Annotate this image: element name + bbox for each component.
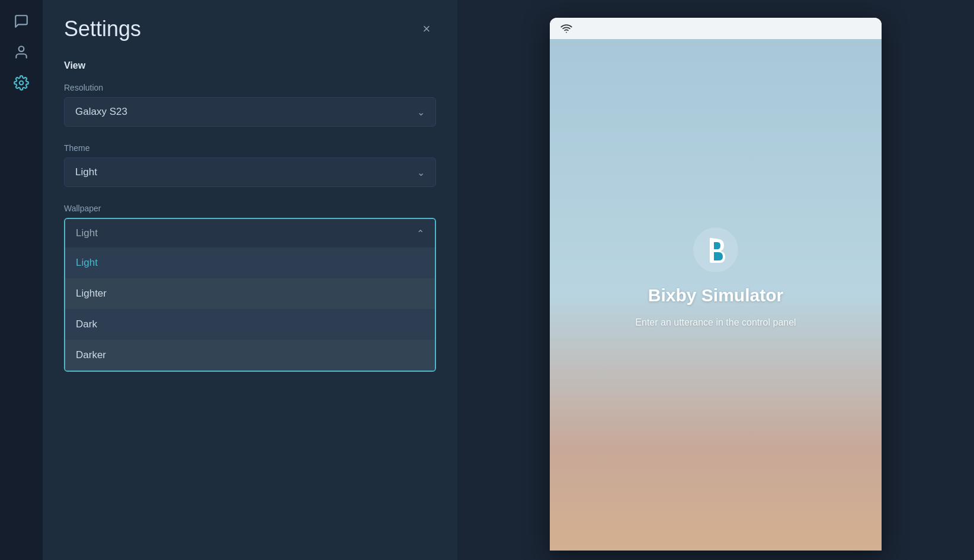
resolution-dropdown[interactable]: Galaxy S23 ⌄ <box>64 97 436 127</box>
phone-status-bar <box>550 18 882 39</box>
wallpaper-placeholder: Light <box>76 227 98 239</box>
wallpaper-option-dark[interactable]: Dark <box>65 309 435 340</box>
wallpaper-label: Wallpaper <box>64 204 436 213</box>
close-button[interactable]: × <box>417 20 436 38</box>
sidebar <box>0 0 43 560</box>
wallpaper-option-light[interactable]: Light <box>65 247 435 278</box>
svg-point-0 <box>19 46 24 52</box>
wallpaper-dropdown[interactable]: Light ⌃ Light Lighter Dark Darker <box>64 218 436 372</box>
settings-header: Settings × <box>64 17 436 41</box>
settings-title: Settings <box>64 17 141 41</box>
resolution-dropdown-arrow: ⌄ <box>417 107 425 118</box>
wallpaper-option-lighter[interactable]: Lighter <box>65 278 435 309</box>
phone-screen: Bixby Simulator Enter an utterance in th… <box>550 39 882 551</box>
wallpaper-options-list: Light Lighter Dark Darker <box>65 247 435 371</box>
phone-mockup: Bixby Simulator Enter an utterance in th… <box>550 18 882 551</box>
bixby-subtitle: Enter an utterance in the control panel <box>635 317 796 328</box>
wallpaper-dropdown-header[interactable]: Light ⌃ <box>65 219 435 247</box>
wallpaper-option-darker[interactable]: Darker <box>65 340 435 371</box>
bixby-logo <box>692 226 739 273</box>
wallpaper-dropdown-arrow: ⌃ <box>416 228 424 239</box>
resolution-value: Galaxy S23 <box>75 106 127 118</box>
theme-label: Theme <box>64 143 436 153</box>
sidebar-chat-icon[interactable] <box>8 8 34 34</box>
bixby-title: Bixby Simulator <box>648 285 783 305</box>
sidebar-user-icon[interactable] <box>8 39 34 65</box>
theme-dropdown-arrow: ⌄ <box>417 167 425 178</box>
resolution-field-group: Resolution Galaxy S23 ⌄ <box>64 83 436 127</box>
svg-point-1 <box>20 81 24 85</box>
wifi-icon <box>560 22 572 34</box>
view-section-label: View <box>64 60 436 71</box>
wallpaper-field-group: Wallpaper Light ⌃ Light Lighter Dark Dar… <box>64 204 436 372</box>
simulator-area: Bixby Simulator Enter an utterance in th… <box>457 0 974 560</box>
resolution-label: Resolution <box>64 83 436 92</box>
theme-value: Light <box>75 166 97 178</box>
theme-dropdown[interactable]: Light ⌄ <box>64 157 436 187</box>
sidebar-settings-icon[interactable] <box>8 70 34 96</box>
theme-field-group: Theme Light ⌄ <box>64 143 436 187</box>
settings-panel: Settings × View Resolution Galaxy S23 ⌄ … <box>43 0 457 560</box>
